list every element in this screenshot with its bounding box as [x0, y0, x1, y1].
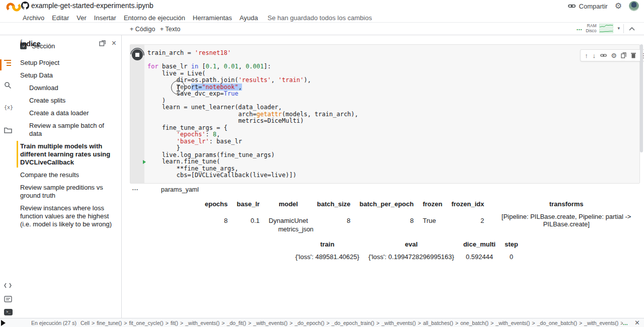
toc-item[interactable]: Setup Project	[16, 56, 119, 69]
variables-icon[interactable]: {x}	[4, 105, 13, 114]
execution-status: En ejecución (27 s)	[31, 320, 76, 326]
stack-frame-link[interactable]: _with_events()	[185, 320, 219, 326]
breadcrumb-separator: >	[166, 320, 169, 326]
stack-frame-link[interactable]: fit_one_cycle()	[129, 320, 163, 326]
stack-frame-link[interactable]: _with_events()	[381, 320, 416, 326]
user-avatar[interactable]	[629, 1, 639, 11]
toolbar-divider	[623, 24, 624, 33]
toc-item[interactable]: Download	[16, 81, 119, 94]
files-folder-icon[interactable]	[4, 127, 13, 136]
toc-item[interactable]: Setup Data	[16, 69, 119, 81]
stack-frame-link[interactable]: fit()	[171, 320, 178, 326]
open-in-tab-icon[interactable]	[99, 40, 106, 46]
notebook-content: train_arch = 'resnet18' for base_lr in […	[122, 35, 644, 318]
menu-archivo[interactable]: Archivo	[22, 14, 45, 22]
collapse-header-button[interactable]	[629, 24, 639, 33]
stack-frame-link[interactable]: all_batches()	[423, 320, 453, 326]
table-cell: 0.592444	[459, 251, 500, 263]
dropdown-arrow-icon[interactable]: ▾	[617, 26, 620, 31]
stack-frame-link[interactable]: _do_epoch()	[295, 320, 325, 326]
toc-item[interactable]: Train multiple models with different lea…	[16, 140, 119, 169]
menu-ayuda[interactable]: Ayuda	[238, 14, 259, 22]
move-cell-up-icon[interactable]: ↑	[585, 52, 588, 59]
stack-frame-link[interactable]: _do_epoch_train()	[332, 320, 374, 326]
save-status: Se han guardado todos los cambios	[268, 14, 372, 22]
table-cell: 2	[447, 210, 489, 230]
breadcrumb-separator: >	[532, 320, 535, 326]
add-text-button[interactable]: + Texto	[160, 24, 180, 34]
status-more-icon[interactable]: …	[623, 320, 629, 326]
ram-label: RAM	[587, 23, 597, 28]
code-snippets-icon[interactable]	[4, 283, 13, 292]
toc-item[interactable]: Compare the results	[16, 169, 119, 181]
close-sidebar-icon[interactable]: ×	[112, 39, 116, 47]
colab-logo[interactable]	[6, 2, 21, 12]
output-options-button[interactable]: …	[132, 186, 139, 191]
table-row: {'loss': 489581.40625}{'loss': 0.1994728…	[291, 251, 523, 263]
breadcrumb-separator: >	[327, 320, 330, 326]
move-cell-down-icon[interactable]: ↓	[592, 52, 596, 59]
table-row: 80.1DynamicUnet88True2[Pipeline: PILBase…	[200, 210, 644, 230]
expand-panel-icon[interactable]	[1, 320, 6, 326]
table-header: train	[291, 238, 364, 251]
active-panel-indicator	[0, 59, 2, 70]
table-of-contents-icon[interactable]	[4, 59, 13, 68]
breadcrumb-separator: >	[180, 320, 183, 326]
table-header: batch_size	[312, 198, 355, 210]
breadcrumb-separator: >	[92, 320, 95, 326]
settings-gear-icon[interactable]: ⚙	[615, 2, 622, 10]
table-cell: 0.1	[232, 210, 265, 230]
share-button[interactable]: Compartir	[568, 3, 608, 10]
copy-cell-icon[interactable]	[621, 52, 626, 58]
table-header: eval	[364, 238, 459, 251]
search-icon[interactable]	[4, 81, 13, 91]
toc-item[interactable]: Create splits	[16, 94, 119, 107]
vertical-scrollbar[interactable]	[640, 44, 643, 152]
params-table: epochsbase_lrmodelbatch_sizebatch_per_ep…	[200, 198, 644, 230]
table-cell: 0	[500, 251, 523, 263]
app-header: example-get-started-experiments.ipynb Co…	[0, 0, 644, 23]
command-palette-icon[interactable]	[4, 296, 13, 305]
stack-frame-link[interactable]: _with_events()	[253, 320, 287, 326]
metrics-json-title: metrics_json	[271, 226, 321, 233]
menu-ver[interactable]: Ver	[75, 14, 88, 22]
metrics-table: trainevaldice_multistep{'loss': 489581.4…	[291, 238, 523, 263]
menu-insertar[interactable]: Insertar	[93, 14, 117, 22]
cell-settings-gear-icon[interactable]: ⚙	[611, 52, 617, 59]
stack-frame-link[interactable]: _do_one_batch()	[537, 320, 577, 326]
code-cell[interactable]: train_arch = 'resnet18' for base_lr in […	[130, 44, 640, 184]
toc-item[interactable]: Review a sample batch of data	[16, 119, 119, 140]
toc-item[interactable]: Review instances where loss function val…	[16, 202, 119, 230]
menu-bar: ArchivoEditarVerInsertarEntorno de ejecu…	[22, 13, 372, 23]
stack-frame-link[interactable]: Cell	[80, 320, 90, 326]
stack-frame-link[interactable]: _with_events()	[584, 320, 618, 326]
disk-label: Disco	[586, 28, 596, 33]
delete-cell-icon[interactable]	[631, 52, 636, 58]
toc-item[interactable]: Create a data loader	[16, 107, 119, 119]
table-header: batch_per_epoch	[355, 198, 419, 210]
stack-frame-link[interactable]: _with_events()	[496, 320, 530, 326]
link-icon	[568, 3, 576, 9]
copy-cell-link-icon[interactable]	[600, 53, 607, 58]
call-stack-breadcrumb: Cell>fine_tune()>fit_one_cycle()>fit()>_…	[80, 320, 623, 326]
close-execution-icon[interactable]: ✕	[634, 319, 640, 326]
stack-frame-link[interactable]: _do_fit()	[227, 320, 247, 326]
code-editor[interactable]: train_arch = 'resnet18' for base_lr in […	[147, 50, 637, 179]
menu-herramientas[interactable]: Herramientas	[192, 14, 233, 22]
table-header: transforms	[489, 198, 644, 210]
menu-entorno-de-ejecuci-n[interactable]: Entorno de ejecución	[123, 14, 186, 22]
table-cell: 8	[200, 210, 232, 230]
terminal-icon[interactable]: >_	[4, 309, 13, 318]
stack-frame-link[interactable]: one_batch()	[460, 320, 489, 326]
menu-editar[interactable]: Editar	[51, 14, 70, 22]
stop-cell-button[interactable]	[132, 49, 143, 60]
running-spinner-icon	[127, 45, 147, 64]
add-code-button[interactable]: + Código	[130, 24, 155, 34]
notebook-filename[interactable]: example-get-started-experiments.ipynb	[31, 2, 153, 10]
toc-item[interactable]: Review sample preditions vs ground truth	[16, 181, 119, 202]
cell-gutter	[130, 45, 144, 183]
stack-frame-link[interactable]: fine_tune()	[97, 320, 122, 326]
execution-status-bar: En ejecución (27 s) Cell>fine_tune()>fit…	[0, 318, 644, 327]
github-icon	[21, 2, 29, 10]
resource-monitor[interactable]: … RAM Disco ▾	[576, 23, 620, 33]
